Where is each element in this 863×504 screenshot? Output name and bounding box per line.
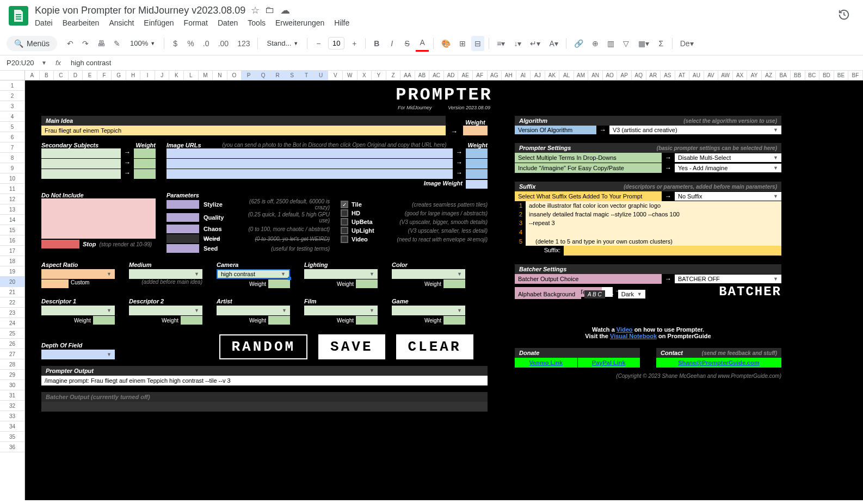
column-header-AE[interactable]: AE: [458, 71, 473, 80]
row-header-21[interactable]: 21: [0, 287, 24, 297]
suffix-result[interactable]: [564, 246, 781, 256]
uplight-checkbox[interactable]: [341, 227, 348, 234]
suffix-4[interactable]: [526, 227, 781, 237]
zoom-dropdown[interactable]: 100% ▼: [126, 37, 159, 49]
column-header-AB[interactable]: AB: [415, 71, 430, 80]
lighting-dropdown[interactable]: ▼: [304, 269, 378, 279]
column-header-AA[interactable]: AA: [400, 71, 415, 80]
multi-dropdown[interactable]: Disable Multi-Select▼: [675, 153, 781, 162]
quality-input[interactable]: [167, 213, 199, 222]
column-header-AU[interactable]: AU: [689, 71, 704, 80]
image-url-weight-3[interactable]: [466, 169, 488, 179]
game-dropdown[interactable]: ▼: [392, 306, 465, 315]
row-header-7[interactable]: 7: [0, 142, 24, 153]
row-header-25[interactable]: 25: [0, 328, 24, 339]
link-button[interactable]: 🔗: [571, 36, 587, 51]
column-header-AS[interactable]: AS: [661, 71, 675, 80]
column-header-C[interactable]: C: [54, 71, 69, 80]
secondary-weight-1[interactable]: [134, 148, 156, 158]
sheet-content[interactable]: PROMPTER For MidJourneyVersion 2023.08.0…: [25, 80, 863, 500]
row-header-30[interactable]: 30: [0, 380, 24, 390]
strikethrough-button[interactable]: S: [400, 36, 414, 51]
row-header-29[interactable]: 29: [0, 370, 24, 380]
history-icon[interactable]: [834, 4, 854, 27]
row-header-5[interactable]: 5: [0, 122, 24, 132]
column-header-J[interactable]: J: [155, 71, 170, 80]
star-icon[interactable]: ☆: [251, 4, 260, 16]
column-header-O[interactable]: O: [227, 71, 242, 80]
column-header-AW[interactable]: AW: [718, 71, 733, 80]
lighting-weight[interactable]: [356, 279, 378, 288]
color-weight[interactable]: [443, 279, 465, 288]
chaos-input[interactable]: [167, 225, 199, 233]
image-url-weight-1[interactable]: [466, 148, 488, 158]
save-button[interactable]: SAVE: [318, 334, 385, 359]
stop-input[interactable]: [41, 240, 79, 248]
row-header-33[interactable]: 33: [0, 411, 24, 421]
aspect-dropdown[interactable]: ▼: [41, 269, 115, 279]
clear-button[interactable]: CLEAR: [396, 334, 473, 359]
rotation-button[interactable]: A▾: [546, 36, 561, 51]
column-header-E[interactable]: E: [83, 71, 97, 80]
aspect-custom[interactable]: [41, 279, 69, 288]
batcher-output-dropdown[interactable]: BATCHER OFF▼: [675, 275, 781, 283]
menu-help[interactable]: Hilfe: [334, 18, 349, 27]
column-header-BF[interactable]: BF: [848, 71, 863, 80]
sheets-logo-icon[interactable]: [9, 6, 28, 26]
secondary-3[interactable]: [41, 169, 121, 179]
desc1-weight[interactable]: [93, 316, 115, 325]
column-header-AK[interactable]: AK: [545, 71, 560, 80]
row-header-27[interactable]: 27: [0, 349, 24, 359]
column-header-AM[interactable]: AM: [574, 71, 589, 80]
undo-button[interactable]: ↶: [64, 36, 77, 51]
menu-extensions[interactable]: Erweiterungen: [275, 18, 324, 27]
column-header-Q[interactable]: Q: [256, 71, 271, 80]
dof-dropdown[interactable]: ▼: [41, 350, 115, 359]
more-formats-button[interactable]: 123: [234, 36, 253, 51]
seed-input[interactable]: [167, 244, 199, 253]
row-header-13[interactable]: 13: [0, 204, 24, 215]
menu-format[interactable]: Format: [184, 18, 208, 27]
chart-button[interactable]: ▥: [604, 36, 618, 51]
valign-button[interactable]: ↓▾: [510, 36, 525, 51]
column-header-AC[interactable]: AC: [429, 71, 444, 80]
tile-checkbox[interactable]: ✓: [341, 201, 348, 208]
column-header-H[interactable]: H: [126, 71, 141, 80]
secondary-2[interactable]: [41, 159, 121, 169]
column-header-BE[interactable]: BE: [834, 71, 849, 80]
column-header-AQ[interactable]: AQ: [632, 71, 646, 80]
weird-input[interactable]: [167, 234, 199, 243]
paypal-link[interactable]: PayPal Link: [578, 358, 640, 368]
menu-file[interactable]: Datei: [35, 18, 53, 27]
film-dropdown[interactable]: ▼: [304, 306, 378, 315]
suffix-5[interactable]: (delete 1 to 5 and type in your own cust…: [526, 237, 781, 246]
secondary-1[interactable]: [41, 148, 121, 158]
increase-font-button[interactable]: +: [348, 36, 361, 51]
column-header-AT[interactable]: AT: [675, 71, 690, 80]
menu-tools[interactable]: Tools: [248, 18, 266, 27]
row-header-31[interactable]: 31: [0, 390, 24, 401]
row-header-15[interactable]: 15: [0, 225, 24, 235]
image-url-3[interactable]: [167, 169, 453, 179]
film-weight[interactable]: [356, 316, 378, 325]
desc2-dropdown[interactable]: ▼: [129, 306, 202, 315]
column-header-BC[interactable]: BC: [805, 71, 820, 80]
row-header-22[interactable]: 22: [0, 297, 24, 308]
menu-view[interactable]: Ansicht: [109, 18, 134, 27]
italic-button[interactable]: I: [385, 36, 398, 51]
row-header-20[interactable]: 20: [0, 277, 24, 287]
row-header-17[interactable]: 17: [0, 246, 24, 256]
column-header-Y[interactable]: Y: [372, 71, 386, 80]
column-header-BA[interactable]: BA: [776, 71, 791, 80]
column-header-N[interactable]: N: [213, 71, 227, 80]
row-header-11[interactable]: 11: [0, 184, 24, 194]
cell-ref-dropdown-icon[interactable]: ▼: [41, 60, 47, 66]
fill-color-button[interactable]: 🎨: [438, 36, 454, 51]
suffix-2[interactable]: insanely detailed fractal magic --styliz…: [526, 210, 781, 219]
currency-button[interactable]: $: [169, 36, 182, 51]
random-button[interactable]: RANDOM: [219, 334, 307, 359]
row-header-18[interactable]: 18: [0, 256, 24, 266]
menu-data[interactable]: Daten: [218, 18, 238, 27]
font-dropdown[interactable]: Stand... ▼: [262, 37, 303, 49]
suffix-1[interactable]: adobe illustrator flat color icon vector…: [526, 201, 781, 210]
